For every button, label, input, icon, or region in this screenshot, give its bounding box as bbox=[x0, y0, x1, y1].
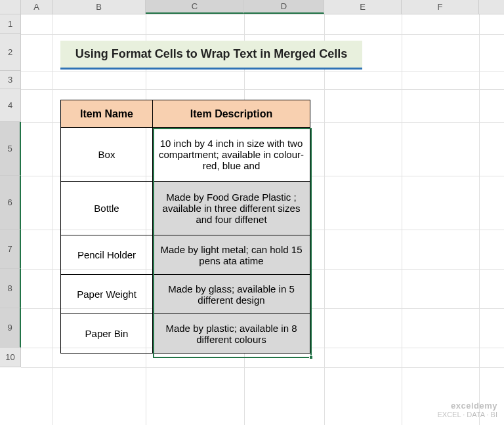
page-title[interactable]: Using Format Cells to Wrap Text in Merge… bbox=[60, 41, 362, 70]
column-headers: ABCDEF bbox=[21, 0, 504, 14]
header-item-description[interactable]: Item Description bbox=[153, 100, 310, 128]
column-header-e[interactable]: E bbox=[324, 0, 402, 14]
row-header-9[interactable]: 9 bbox=[0, 308, 21, 348]
watermark-title: exceldemy bbox=[438, 401, 498, 411]
cell-item-name[interactable]: Bottle bbox=[61, 182, 153, 235]
table-row: BottleMade by Food Grade Plastic ; avail… bbox=[61, 182, 310, 235]
table-row: Pencil HolderMade by light metal; can ho… bbox=[61, 235, 310, 275]
table-row: Paper WeightMade by glass; available in … bbox=[61, 275, 310, 314]
cell-item-name[interactable]: Paper Weight bbox=[61, 275, 153, 314]
header-item-name[interactable]: Item Name bbox=[61, 100, 153, 128]
column-header-f[interactable]: F bbox=[402, 0, 479, 14]
row-header-1[interactable]: 1 bbox=[0, 14, 21, 34]
cell-item-name[interactable]: Pencil Holder bbox=[61, 235, 153, 275]
cell-item-description[interactable]: Made by light metal; can hold 15 pens at… bbox=[153, 235, 310, 275]
table-row: Box10 inch by 4 inch in size with two co… bbox=[61, 128, 310, 182]
column-header-c[interactable]: C bbox=[146, 0, 244, 14]
row-header-6[interactable]: 6 bbox=[0, 176, 21, 230]
spreadsheet: ABCDEF 12345678910 Using Format Cells to… bbox=[0, 0, 504, 425]
row-header-8[interactable]: 8 bbox=[0, 269, 21, 308]
cell-item-name[interactable]: Box bbox=[61, 128, 153, 182]
watermark: exceldemy EXCEL · DATA · BI bbox=[438, 401, 498, 418]
row-header-7[interactable]: 7 bbox=[0, 230, 21, 269]
row-header-3[interactable]: 3 bbox=[0, 71, 21, 89]
table-header-row: Item Name Item Description bbox=[61, 100, 310, 128]
watermark-subtitle: EXCEL · DATA · BI bbox=[438, 411, 498, 418]
row-headers: 12345678910 bbox=[0, 14, 21, 367]
cell-item-description[interactable]: Made by glass; available in 5 different … bbox=[153, 275, 310, 314]
column-header-b[interactable]: B bbox=[52, 0, 146, 14]
row-header-5[interactable]: 5 bbox=[0, 122, 21, 176]
fill-handle[interactable] bbox=[309, 355, 313, 359]
sheet-area[interactable]: Using Format Cells to Wrap Text in Merge… bbox=[21, 14, 504, 425]
column-header-d[interactable]: D bbox=[244, 0, 324, 14]
table-row: Paper BinMade by plastic; available in 8… bbox=[61, 314, 310, 354]
data-table: Item Name Item Description Box10 inch by… bbox=[60, 100, 310, 354]
cell-item-description[interactable]: Made by plastic; available in 8 differen… bbox=[153, 314, 310, 354]
row-header-10[interactable]: 10 bbox=[0, 348, 21, 367]
cell-item-name[interactable]: Paper Bin bbox=[61, 314, 153, 354]
row-header-4[interactable]: 4 bbox=[0, 89, 21, 122]
cell-item-description[interactable]: 10 inch by 4 inch in size with two compa… bbox=[153, 128, 310, 182]
column-header-a[interactable]: A bbox=[21, 0, 52, 14]
row-header-2[interactable]: 2 bbox=[0, 34, 21, 71]
select-all-corner[interactable] bbox=[0, 0, 21, 14]
cell-item-description[interactable]: Made by Food Grade Plastic ; available i… bbox=[153, 182, 310, 235]
